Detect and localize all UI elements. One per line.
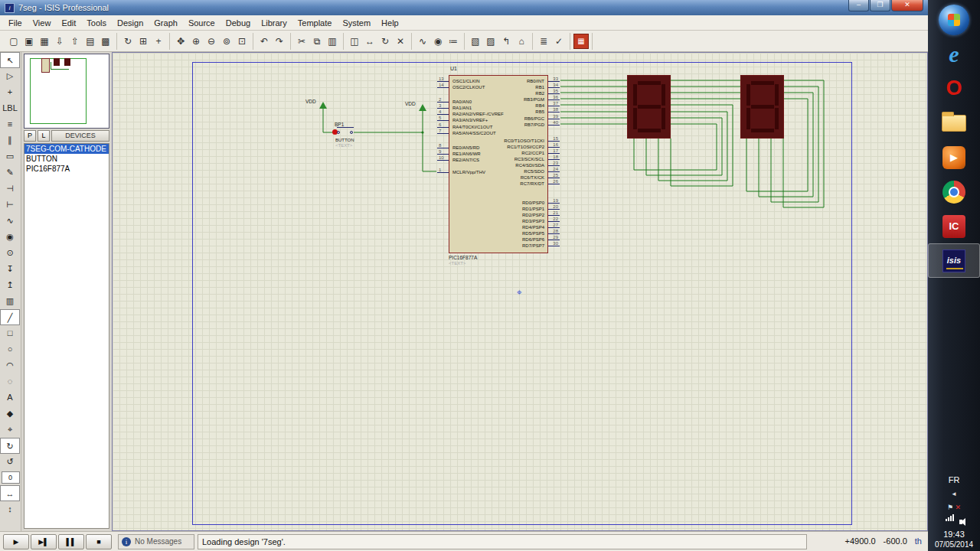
menu-item[interactable]: System	[337, 17, 376, 29]
chip-pin[interactable]: 22RD3/PSP3	[480, 218, 547, 224]
undo-icon[interactable]: ↶	[256, 34, 272, 49]
button-component[interactable]	[337, 126, 354, 135]
taskbar-item-chrome[interactable]	[928, 174, 980, 209]
goto-parent-sheet-icon[interactable]: ↰	[498, 34, 514, 49]
vdd-terminal-1[interactable]	[319, 102, 327, 109]
block-move-icon[interactable]: ↔	[362, 34, 377, 49]
chip-pin[interactable]: 27RD4/PSP4	[480, 224, 547, 230]
menu-item[interactable]: Help	[376, 17, 404, 29]
zoom-in-icon[interactable]: ⊕	[188, 34, 204, 49]
cut-icon[interactable]: ✂	[294, 34, 309, 49]
2d-line-icon[interactable]: ╱	[0, 309, 20, 325]
taskbar-item-media-player[interactable]: ▶	[928, 140, 980, 174]
pic16f877a-component[interactable]: 13OSC1/CLKIN14OSC2/CLKOUT2RA0/AN03RA1/AN…	[449, 75, 548, 253]
bus-mode-icon[interactable]: ∥	[0, 132, 20, 148]
seven-segment-display-2[interactable]	[740, 75, 784, 139]
maximize-button[interactable]: ❐	[870, 0, 890, 11]
schematic-overview[interactable]	[24, 54, 109, 129]
menu-item[interactable]: Tools	[81, 17, 112, 29]
2d-text-icon[interactable]: A	[0, 390, 20, 406]
seven-segment-display-1[interactable]	[627, 75, 671, 139]
start-button[interactable]	[939, 5, 969, 35]
chip-pin[interactable]: 16RC1/T1OSI/CCP2	[480, 144, 547, 150]
play-button[interactable]: ▶	[3, 534, 29, 549]
menu-item[interactable]: Design	[112, 17, 149, 29]
2d-circle-icon[interactable]: ○	[0, 341, 20, 357]
subcircuit-icon[interactable]: ▭	[0, 148, 20, 165]
save-design-icon[interactable]: ▦	[37, 34, 52, 49]
2d-symbol-icon[interactable]: ◆	[0, 406, 20, 422]
2d-marker-icon[interactable]: ⌖	[0, 422, 20, 438]
volume-icon[interactable]	[959, 520, 962, 524]
virtual-instruments-icon[interactable]: ▥	[0, 293, 20, 309]
chip-pin[interactable]: 20RD1/PSP1	[480, 206, 547, 212]
new-sheet-icon[interactable]: ▧	[468, 34, 483, 49]
toggle-grid-icon[interactable]: ⊞	[136, 34, 151, 49]
taskbar-item-internet-explorer[interactable]: e	[928, 37, 980, 71]
2d-arc-icon[interactable]: ◠	[0, 357, 20, 373]
library-button[interactable]: L	[38, 130, 50, 142]
chip-pin[interactable]: 25RC6/TX/CK	[480, 174, 547, 181]
step-button[interactable]: ▶▌	[31, 534, 57, 549]
rotate-clockwise-icon[interactable]: ↻	[0, 438, 20, 454]
text-script-icon[interactable]: ≡	[0, 116, 20, 132]
zoom-out-icon[interactable]: ⊖	[204, 34, 219, 49]
clock-time[interactable]: 19:43	[928, 530, 980, 539]
chip-pin[interactable]: 33RB0/INT	[480, 78, 547, 84]
chip-pin[interactable]: 36RB3/PGM	[480, 96, 547, 103]
chip-pin[interactable]: 21RD2/PSP2	[480, 212, 547, 218]
chip-pin[interactable]: 40RB7/PGD	[480, 122, 547, 128]
pan-icon[interactable]: ✥	[173, 34, 188, 49]
mark-output-area-icon[interactable]: ▩	[98, 34, 113, 49]
component-mode-icon[interactable]: ▷	[0, 68, 20, 84]
taskbar-item-isis[interactable]: isis	[928, 243, 980, 278]
chip-pin[interactable]: 28RD5/PSP5	[480, 230, 547, 236]
selection-mode-icon[interactable]: ↖	[0, 52, 20, 68]
show-hidden-icons-button[interactable]: ◄	[928, 491, 980, 497]
generator-mode-icon[interactable]: ⊙	[0, 245, 20, 261]
pause-button[interactable]: ▌▌	[58, 534, 84, 549]
chip-pin[interactable]: 38RB5	[480, 109, 547, 115]
menu-item[interactable]: Edit	[56, 17, 81, 29]
bill-of-materials-icon[interactable]: ≣	[536, 34, 551, 49]
device-pin-icon[interactable]: ⊢	[0, 197, 20, 213]
new-design-icon[interactable]: ▢	[6, 34, 21, 49]
copy-icon[interactable]: ⧉	[309, 34, 325, 49]
language-indicator[interactable]: FR	[928, 475, 980, 484]
chip-pin[interactable]: 23RC4/SDI/SDA	[480, 162, 547, 168]
x-mirror-icon[interactable]: ↔	[0, 485, 20, 501]
redraw-icon[interactable]: ↻	[120, 34, 136, 49]
wire-autorouter-icon[interactable]: ∿	[415, 34, 430, 49]
vdd-terminal-2[interactable]	[419, 104, 426, 111]
minimize-button[interactable]: –	[848, 0, 869, 11]
design-explorer-icon[interactable]: ⌂	[514, 34, 529, 49]
device-list-item[interactable]: PIC16F877A	[24, 164, 109, 174]
chip-pin[interactable]: 39RB6/PGC	[480, 116, 547, 122]
paste-icon[interactable]: ▥	[325, 34, 340, 49]
device-list-item[interactable]: 7SEG-COM-CATHODE	[24, 144, 109, 154]
remove-sheet-icon[interactable]: ▨	[483, 34, 498, 49]
network-icon[interactable]	[946, 510, 955, 524]
export-section-icon[interactable]: ⇧	[67, 34, 83, 49]
property-assignment-icon[interactable]: ≔	[446, 34, 461, 49]
search-and-tag-icon[interactable]: ◉	[430, 34, 446, 49]
y-mirror-icon[interactable]: ↕	[0, 501, 20, 517]
menu-item[interactable]: Source	[183, 17, 220, 29]
chip-pin[interactable]: 30RD7/PSP7	[480, 243, 547, 249]
chip-pin[interactable]: 18RC3/SCK/SCL	[480, 156, 547, 162]
chip-pin[interactable]: 17RC2/CCP1	[480, 150, 547, 156]
taskbar-item-ic-compiler[interactable]: IC	[928, 209, 980, 243]
chip-pin[interactable]: 34RB1	[480, 84, 547, 90]
chip-pin[interactable]: 15RC0/T1OSO/T1CKI	[480, 138, 547, 144]
redo-icon[interactable]: ↷	[272, 34, 287, 49]
electrical-rules-check-icon[interactable]: ✓	[551, 34, 567, 49]
menu-item[interactable]: View	[28, 17, 57, 29]
2d-path-icon[interactable]: ◌	[0, 373, 20, 390]
print-icon[interactable]: ▤	[83, 34, 98, 49]
close-button[interactable]: ✕	[891, 0, 923, 11]
menu-item[interactable]: Library	[256, 17, 292, 29]
chip-pin[interactable]: 19RD0/PSP0	[480, 200, 547, 206]
tape-recorder-icon[interactable]: ◉	[0, 229, 20, 245]
stop-button[interactable]: ■	[86, 534, 112, 549]
graph-mode-icon[interactable]: ∿	[0, 213, 20, 229]
